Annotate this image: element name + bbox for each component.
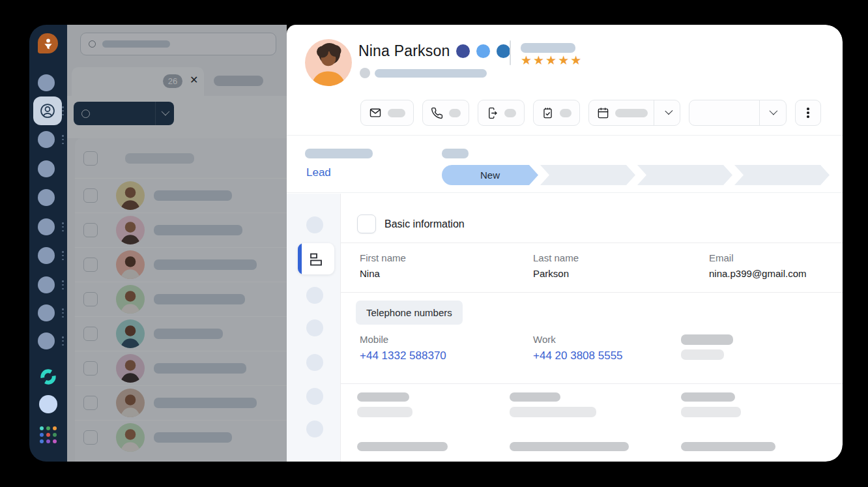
stage-label-skeleton [442, 149, 469, 158]
sidebar-item-3[interactable] [38, 131, 55, 148]
phone-link[interactable]: +44 20 3808 5555 [533, 349, 623, 362]
sidebar-item-6[interactable] [38, 218, 55, 235]
divider [341, 383, 843, 384]
sidebar-item-9[interactable] [38, 304, 55, 321]
contact-detail-panel: Nina Parkson ★★★★★ [287, 25, 843, 462]
field-value: Parkson [533, 268, 579, 279]
drag-handle-icon [62, 251, 64, 260]
fields-icon [308, 251, 324, 267]
section-rail [287, 194, 341, 462]
star-icon[interactable]: ★ [570, 53, 583, 67]
label-skeleton [681, 442, 775, 451]
label-skeleton [560, 109, 571, 117]
detail-body: Basic information First name Nina Last n… [287, 194, 843, 462]
app-window: 26 ✕ [29, 25, 843, 462]
email-button[interactable] [360, 100, 414, 126]
rating-stars[interactable]: ★★★★★ [521, 54, 583, 66]
label-skeleton [357, 392, 409, 402]
task-icon [542, 107, 554, 119]
drag-handle-icon [62, 280, 64, 289]
drag-handle-icon [62, 222, 64, 231]
record-type-link[interactable]: Lead [306, 166, 331, 179]
chevron-down-icon[interactable] [770, 106, 778, 115]
user-avatar-placeholder[interactable] [39, 395, 57, 413]
call-icon [431, 107, 443, 119]
section-title: Basic information [384, 218, 465, 230]
value-skeleton [357, 407, 412, 417]
label-skeleton [615, 109, 648, 117]
value-skeleton [681, 407, 741, 417]
sidebar-item-1[interactable] [38, 74, 55, 91]
section-collapse-checkbox[interactable] [357, 214, 376, 233]
phone-link[interactable]: +44 1332 588370 [360, 349, 446, 362]
field-last-name[interactable]: Last name Parkson [533, 252, 579, 279]
rail-item-4[interactable] [306, 319, 323, 336]
label-skeleton [504, 109, 516, 117]
chevron-down-icon[interactable] [665, 107, 673, 115]
status-dot-lightblue[interactable] [476, 44, 490, 58]
email-icon [369, 106, 382, 119]
drag-handle-icon [62, 308, 64, 317]
sidebar-item-7[interactable] [38, 247, 55, 264]
stage-3[interactable] [637, 165, 732, 185]
field-label: Work [533, 334, 623, 345]
sync-logo-icon[interactable] [39, 368, 57, 386]
rail-item-7[interactable] [306, 421, 323, 437]
pipeline-label-skeleton [305, 149, 373, 158]
contact-name: Nina Parkson [358, 42, 450, 60]
field-value: Nina [360, 268, 406, 279]
label-skeleton [449, 109, 461, 117]
dropdown-button[interactable] [689, 100, 787, 126]
field-label: Email [709, 252, 806, 263]
field-skeleton [681, 349, 724, 360]
sidebar-item-8[interactable] [38, 276, 55, 293]
field-label: Mobile [360, 334, 446, 345]
label-skeleton [510, 392, 560, 402]
rail-item-1[interactable] [306, 216, 323, 233]
stage-2[interactable] [540, 165, 635, 185]
status-dot-indigo[interactable] [456, 44, 470, 58]
star-icon[interactable]: ★ [545, 53, 558, 67]
label-skeleton [681, 392, 735, 402]
rail-item-3[interactable] [306, 287, 323, 304]
calendar-icon [597, 107, 609, 119]
label-skeleton [388, 109, 405, 117]
drag-handle-icon [62, 135, 64, 144]
star-icon[interactable]: ★ [558, 53, 570, 67]
calendar-split-button[interactable] [588, 100, 680, 126]
task-button[interactable] [533, 100, 580, 126]
sidebar-item-5[interactable] [38, 189, 55, 206]
app-sidebar [29, 25, 67, 462]
subtitle-skeleton [375, 69, 487, 78]
sidebar-item-10[interactable] [38, 332, 55, 349]
rail-item-6[interactable] [306, 388, 323, 405]
call-button[interactable] [422, 100, 469, 126]
contact-avatar[interactable] [305, 39, 352, 86]
funnel-logo-icon[interactable] [38, 33, 58, 53]
stage-4[interactable] [734, 165, 830, 185]
kebab-menu-icon [807, 108, 809, 118]
more-actions-button[interactable] [795, 100, 821, 126]
dim-overlay [67, 25, 287, 462]
drag-handle-icon [62, 336, 64, 346]
star-icon[interactable]: ★ [521, 53, 533, 67]
field-work-phone[interactable]: Work +44 20 3808 5555 [533, 334, 623, 362]
divider [510, 40, 511, 65]
field-first-name[interactable]: First name Nina [360, 252, 406, 279]
contacts-list-panel: 26 ✕ [67, 25, 287, 462]
send-to-mobile-button[interactable] [478, 100, 525, 126]
rail-item-fields-active[interactable] [298, 243, 334, 274]
field-mobile-phone[interactable]: Mobile +44 1332 588370 [360, 334, 446, 362]
subtitle-row [360, 68, 487, 78]
divider [654, 100, 654, 125]
sidebar-item-4[interactable] [38, 160, 55, 177]
field-email[interactable]: Email nina.p399@gmail.com [709, 252, 806, 279]
status-dot-blue[interactable] [497, 44, 510, 58]
value-skeleton [510, 407, 596, 417]
sidebar-item-contacts[interactable] [33, 96, 62, 125]
rail-item-5[interactable] [306, 354, 323, 371]
apps-grid-icon[interactable] [40, 426, 57, 443]
action-buttons [360, 100, 821, 126]
star-icon[interactable]: ★ [533, 53, 545, 67]
stage-new[interactable]: New [442, 165, 538, 185]
